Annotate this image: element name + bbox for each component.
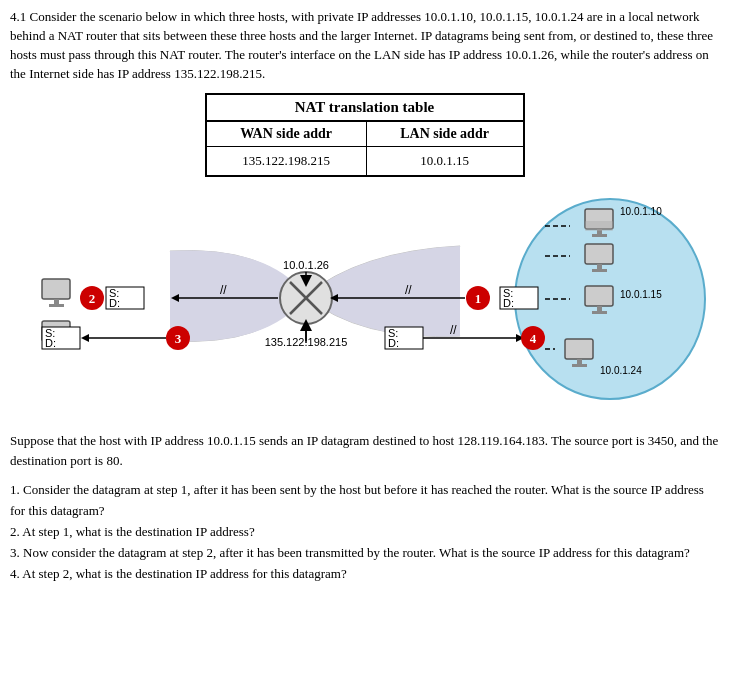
svg-rect-12 — [597, 306, 602, 311]
svg-rect-15 — [577, 359, 582, 364]
table-row: 135.122.198.215 10.0.1.15 — [206, 147, 524, 177]
host-mid-ip: 10.0.1.15 — [620, 289, 662, 300]
svg-marker-43 — [81, 334, 89, 342]
lan-addr: 10.0.1.15 — [366, 147, 523, 177]
svg-text://: // — [220, 283, 227, 297]
col-wan: WAN side addr — [206, 121, 367, 147]
svg-rect-14 — [565, 339, 593, 359]
step3-circle: 3 — [175, 331, 182, 346]
step4-circle: 4 — [530, 331, 537, 346]
svg-text://: // — [450, 323, 457, 337]
svg-text:D:: D: — [388, 337, 399, 349]
col-lan: LAN side addr — [366, 121, 523, 147]
questions-section: 1. Consider the datagram at step 1, afte… — [10, 480, 719, 584]
svg-text://: // — [405, 283, 412, 297]
step1-circle: 1 — [475, 291, 482, 306]
svg-rect-9 — [597, 264, 602, 269]
svg-rect-18 — [54, 299, 59, 304]
intro-paragraph: 4.1 Consider the scenario below in which… — [10, 8, 719, 83]
svg-rect-7 — [585, 221, 613, 231]
suppose-text1: Suppose that the host with IP address 10… — [10, 433, 454, 448]
svg-rect-16 — [572, 364, 587, 367]
host-top-ip: 10.0.1.10 — [620, 206, 662, 217]
host-bot-ip: 10.0.1.24 — [600, 365, 642, 376]
svg-text:D:: D: — [503, 297, 514, 309]
svg-rect-6 — [592, 234, 607, 237]
question-2: 2. At step 1, what is the destination IP… — [10, 522, 719, 543]
question-1: 1. Consider the datagram at step 1, afte… — [10, 480, 719, 522]
nat-table-title: NAT translation table — [205, 93, 525, 120]
svg-rect-10 — [592, 269, 607, 272]
step2-circle: 2 — [89, 291, 96, 306]
svg-rect-11 — [585, 286, 613, 306]
svg-text:D:: D: — [109, 297, 120, 309]
svg-rect-19 — [49, 304, 64, 307]
question-3: 3. Now consider the datagram at step 2, … — [10, 543, 719, 564]
nat-table-section: NAT translation table WAN side addr LAN … — [10, 93, 719, 177]
router-ip-top: 10.0.1.26 — [283, 259, 329, 271]
intro-text: 4.1 Consider the scenario below in which… — [10, 9, 713, 81]
svg-text:D:: D: — [45, 337, 56, 349]
svg-rect-17 — [42, 279, 70, 299]
svg-rect-13 — [592, 311, 607, 314]
suppose-paragraph: Suppose that the host with IP address 10… — [10, 431, 719, 470]
question-4: 4. At step 2, what is the destination IP… — [10, 564, 719, 585]
diagram-svg: 10.0.1.26 135.122.198.215 10.0.1.10 10.0… — [10, 191, 720, 421]
nat-translation-table: NAT translation table WAN side addr LAN … — [205, 93, 525, 177]
svg-rect-8 — [585, 244, 613, 264]
wan-addr: 135.122.198.215 — [206, 147, 367, 177]
network-diagram: 10.0.1.26 135.122.198.215 10.0.1.10 10.0… — [10, 191, 720, 421]
